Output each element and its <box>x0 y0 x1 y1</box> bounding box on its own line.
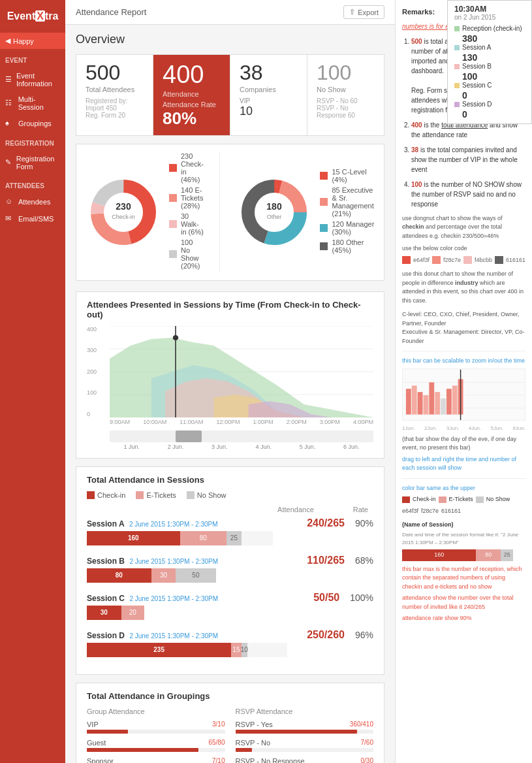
group-guest: Guest 65/80 <box>87 739 225 752</box>
chevron-left-icon: ◀ <box>5 37 10 45</box>
donut2-labels: 15 C-Level (4%) 85 Executive & Sr. Manag… <box>320 168 376 257</box>
sidebar-item-multi-session[interactable]: ☷ Multi-Session <box>0 91 65 115</box>
legend-noshow-color <box>187 491 195 499</box>
companies-number: 38 <box>240 61 298 84</box>
rsvp-attendance-col: RSVP Attendance RSVP - Yes 360/410 RSVP … <box>236 707 374 763</box>
date-labels: 1 Jun. 2 Jun. 3 Jun. 4 Jun. 5 Jun. 6 Jun… <box>110 444 373 450</box>
group-guest-track <box>87 748 225 752</box>
rsvp-no-response-label: RSVP - No Response 0/30 <box>236 757 374 763</box>
remarks-session-date-example: Date and time of the session format like… <box>402 531 525 547</box>
user-label: Happy <box>13 37 34 45</box>
remarks-drag-note: drag to left and right the time and numb… <box>402 455 525 473</box>
sidebar-item-registration-form[interactable]: ✎ Registration Form <box>0 151 65 174</box>
rsvp-no-track <box>236 748 374 752</box>
rsvp-no: RSVP - No 60 <box>317 97 358 105</box>
manager-color <box>320 224 328 232</box>
remarks-donuts-note: use dongnut chart to show the ways of ch… <box>402 214 525 241</box>
companies-box: 38 Companies VIP 10 <box>230 55 307 135</box>
session-a-rate: 90% <box>355 518 373 528</box>
session-c-name: Session C <box>87 594 125 603</box>
donut2: 180 Other <box>235 173 313 252</box>
eticket-color <box>169 194 177 202</box>
info-icon: ☰ <box>5 75 12 84</box>
sidebar-label: Attendees <box>18 198 51 206</box>
donut1-label-eticket: 140 E-Tickets (28%) <box>169 186 204 210</box>
remarks-clevel-note: C-level: CEO, CXO, Chief, President, Own… <box>402 310 525 346</box>
session-d-attendance: 250/260 <box>307 629 345 641</box>
y-axis-labels: 400 300 200 100 0 <box>87 326 97 417</box>
page-title: Attendance Report <box>76 7 146 17</box>
bar-example-checkin: 160 <box>402 549 476 561</box>
email-icon: ✉ <box>5 214 14 223</box>
rsvp-yes-track <box>236 730 374 734</box>
donut2-label-other: 180 Other (45%) <box>320 238 376 254</box>
session-a-name: Session A <box>87 519 125 528</box>
checkin-color <box>169 164 177 172</box>
session-d-bar: 235 15 10 <box>87 643 287 657</box>
logo-text: EventXtra <box>7 10 59 22</box>
total-attendance-sessions: Total Attendance in Sessions Check-in E-… <box>76 466 384 675</box>
session-a-header: Session A 2 June 2015 1:30PM - 2:30PM 24… <box>87 517 373 529</box>
rsvp-no-response: RSVP - No Response 60 <box>317 105 355 119</box>
session-a-attendance: 240/265 <box>307 517 345 529</box>
sidebar-item-groupings[interactable]: ♠ Groupings <box>0 115 65 132</box>
registered-by: Registered by: Import 450 Reg. Form 20 <box>86 97 144 119</box>
legend-row: Check-in E-Tickets No Show <box>87 491 373 499</box>
export-button[interactable]: ⇧ Export <box>343 5 384 19</box>
donut2-container: 180 Other 15 C-Level (4%) 85 Executive &… <box>235 152 376 272</box>
remarks-donut2-note: use this donut chart to show the number … <box>402 270 525 305</box>
svg-rect-30 <box>423 395 428 415</box>
export-icon: ⇧ <box>349 8 355 16</box>
area-chart-svg <box>110 326 373 417</box>
remarks-session-name-example: (Name of Session) <box>402 521 525 530</box>
group-sponsor-label: Sponsor 7/10 <box>87 757 225 763</box>
svg-rect-29 <box>418 392 423 414</box>
session-c-stats: 50/50 100% <box>313 592 373 604</box>
svg-rect-27 <box>406 389 411 414</box>
session-d-rate: 96% <box>355 630 373 640</box>
exec-color <box>320 198 328 206</box>
session-b-header: Session B 2 June 2015 1:30PM - 2:30PM 11… <box>87 555 373 566</box>
rsvp-yes-label: RSVP - Yes 360/410 <box>236 721 374 728</box>
svg-rect-32 <box>435 392 440 414</box>
session-b-attendance: 110/265 <box>307 555 345 566</box>
session-c-bar: 30 20 <box>87 606 144 620</box>
swatch-e64f3f <box>402 256 411 264</box>
sidebar-item-email-sms[interactable]: ✉ Email/SMS <box>0 210 65 227</box>
donut2-label-manager: 120 Manager (30%) <box>320 220 376 236</box>
rsvp-no: RSVP - No 7/60 <box>236 739 374 752</box>
sidebar-user[interactable]: ◀ Happy <box>0 33 65 49</box>
noshow-box: 100 No Show RSVP - No 60 RSVP - No Respo… <box>307 55 384 135</box>
sidebar-section-registration: Registration <box>0 136 65 151</box>
sidebar-logo: EventXtra <box>0 0 65 33</box>
donut2-label-exec: 85 Executive & Sr. Management (21%) <box>320 186 376 218</box>
svg-text:Check-in: Check-in <box>112 214 135 220</box>
divider <box>219 152 220 272</box>
svg-rect-31 <box>429 382 434 414</box>
session-row-c: Session C 2 June 2015 1:30PM - 2:30PM 50… <box>87 592 373 620</box>
regform-label: Reg. Form 20 <box>86 112 125 119</box>
sidebar-item-attendees[interactable]: ☺ Attendees <box>0 193 65 210</box>
session-a-noshow-bar: 25 <box>227 531 242 545</box>
date-nav-bar[interactable] <box>110 430 373 442</box>
legend-eticket-color <box>136 491 144 499</box>
legend2-eticket <box>439 496 446 503</box>
sidebar-section-attendees: Attendees <box>0 178 65 193</box>
remarks-color-codes2: e64f3f f28c7e 616161 <box>402 507 525 516</box>
sidebar-label: Groupings <box>18 120 52 127</box>
other-color <box>320 242 328 250</box>
group-attendance-col: Group Attendance VIP 3/10 Guest <box>87 707 225 763</box>
donut1-label-noshow: 100 No Show (20%) <box>169 238 204 270</box>
swatch-f4bcbb <box>463 256 472 264</box>
legend2-noshow <box>476 496 484 503</box>
import-label: Import 450 <box>86 105 117 112</box>
sidebar-item-event-information[interactable]: ☰ Event Information <box>0 68 65 91</box>
vip-number: 10 <box>240 105 298 118</box>
rsvp-attendance-title: RSVP Attendance <box>236 707 374 715</box>
legend-checkin-color <box>87 491 95 499</box>
remarks-item-4: 100 is the number of NO SHOW show the nu… <box>411 180 525 209</box>
total-attendees-number: 500 <box>86 61 144 84</box>
remarks-mini-x-labels: 1Jun. 2Jun. 3Jun. 4Jun. 5Jun. 6Jun. <box>402 425 525 432</box>
session-d-header: Session D 2 June 2015 1:30PM - 2:30PM 25… <box>87 629 373 641</box>
attendance-number: 400 <box>163 61 221 89</box>
